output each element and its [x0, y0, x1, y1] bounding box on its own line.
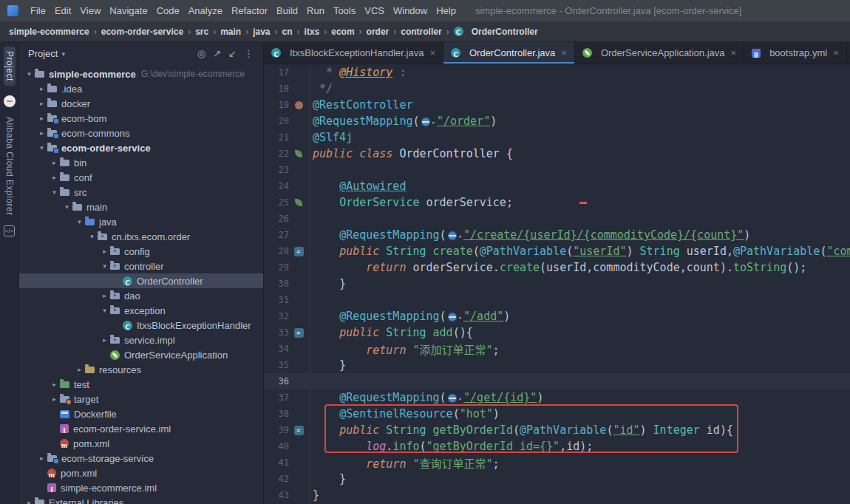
- expand-arrow-icon[interactable]: ▸: [99, 336, 110, 344]
- tree-item-pom-xml[interactable]: pom.xml: [19, 436, 263, 451]
- api-gutter-icon[interactable]: [294, 247, 304, 256]
- expand-arrow-icon[interactable]: ▸: [74, 366, 85, 373]
- stripe-label-project[interactable]: Project: [4, 47, 16, 86]
- expand-arrow-icon[interactable]: ▸: [36, 129, 47, 137]
- breadcrumb-item-src[interactable]: src: [195, 27, 208, 37]
- code-line[interactable]: 23: [264, 162, 850, 178]
- expand-arrow-icon[interactable]: ▸: [36, 454, 47, 462]
- dev-tool-icon[interactable]: [4, 225, 15, 236]
- breadcrumb-item-cn[interactable]: cn: [282, 27, 293, 37]
- expand-arrow-icon[interactable]: ▸: [99, 248, 110, 255]
- tree-item-ordercontroller[interactable]: OrderController: [19, 273, 263, 288]
- api-gutter-icon[interactable]: [294, 426, 304, 435]
- code-line[interactable]: 31: [264, 292, 850, 308]
- tree-item-itxsblockexceptionhandler[interactable]: ItxsBlockExceptionHandler: [19, 318, 263, 333]
- expand-arrow-icon[interactable]: ▸: [49, 174, 60, 181]
- code-line[interactable]: 26: [264, 211, 850, 227]
- expand-arrow-icon[interactable]: ▸: [49, 395, 60, 403]
- tree-item-cn-itxs-ecom-order[interactable]: ▾cn.itxs.ecom.order: [19, 229, 263, 244]
- code-line[interactable]: 40 log.info("getByOrderId id={}",id);: [264, 438, 850, 454]
- tree-item-service-impl[interactable]: ▸service.impl: [19, 333, 263, 347]
- collapse-arrow-icon[interactable]: ▾: [36, 144, 47, 151]
- expand-arrow-icon[interactable]: ▸: [24, 499, 35, 504]
- tree-item-pom-xml[interactable]: pom.xml: [19, 466, 263, 480]
- menu-file[interactable]: File: [26, 5, 50, 16]
- code-line[interactable]: 28 public String create(@PathVariable("u…: [264, 243, 850, 259]
- app-icon[interactable]: [7, 5, 18, 16]
- tree-item-ecom-commons[interactable]: ▸ecom-commons: [19, 126, 263, 140]
- breadcrumb-item-itxs[interactable]: itxs: [305, 27, 320, 37]
- code-line[interactable]: 35 }: [264, 357, 850, 373]
- url-inlay-icon[interactable]: [448, 394, 457, 403]
- expand-all-icon[interactable]: ↗: [209, 48, 225, 59]
- tree-item-dockerfile[interactable]: Dockerfile: [19, 406, 263, 421]
- collapse-arrow-icon[interactable]: ▾: [99, 262, 110, 270]
- code-line[interactable]: 18 */: [264, 81, 850, 97]
- code-line[interactable]: 22public class OrderController {: [264, 146, 850, 162]
- expand-arrow-icon[interactable]: ▸: [36, 115, 47, 122]
- locate-icon[interactable]: ◎: [194, 48, 209, 59]
- close-tab-icon[interactable]: ×: [429, 47, 435, 58]
- breadcrumb-item-simple-ecommerce[interactable]: simple-ecommerce: [9, 27, 89, 37]
- bean-gutter-icon[interactable]: [295, 101, 303, 109]
- breadcrumb-item-controller[interactable]: controller: [401, 27, 441, 37]
- code-line[interactable]: 36: [264, 373, 850, 389]
- code-line[interactable]: 29 return orderService.create(userId,com…: [264, 259, 850, 276]
- code-line[interactable]: 33 public String add(){: [264, 324, 850, 341]
- collapse-arrow-icon[interactable]: ▾: [61, 203, 72, 211]
- close-tab-icon[interactable]: ×: [731, 47, 737, 58]
- collapse-arrow-icon[interactable]: ▾: [49, 188, 60, 196]
- menu-view[interactable]: View: [75, 5, 105, 16]
- breadcrumb-item-java[interactable]: java: [253, 27, 270, 37]
- leaf-gutter-icon[interactable]: [295, 199, 302, 206]
- stripe-label-alibaba-cloud-explorer[interactable]: Alibaba Cloud Explorer: [4, 117, 15, 216]
- menu-run[interactable]: Run: [302, 5, 329, 16]
- project-panel-title[interactable]: Project: [28, 48, 58, 59]
- url-inlay-icon[interactable]: [421, 118, 430, 126]
- collapse-arrow-icon[interactable]: ▾: [24, 70, 35, 78]
- tree-item-external-libraries[interactable]: ▸External Libraries: [19, 495, 263, 504]
- menu-help[interactable]: Help: [432, 5, 460, 16]
- tree-item-ecom-order-service[interactable]: ▾ecom-order-service: [19, 140, 263, 155]
- tree-item-dao[interactable]: ▸dao: [19, 288, 263, 303]
- collapse-all-icon[interactable]: ↙: [225, 48, 240, 59]
- tree-item-resources[interactable]: ▸resources: [19, 362, 263, 377]
- code-line[interactable]: 42 }: [264, 471, 850, 487]
- url-inlay-icon[interactable]: [448, 313, 457, 321]
- code-line[interactable]: 39 public String getByOrderId(@PathVaria…: [264, 422, 850, 438]
- collapse-arrow-icon[interactable]: ▾: [74, 218, 85, 225]
- tree-item-config[interactable]: ▸config: [19, 244, 263, 259]
- tree-item-test[interactable]: ▸test: [19, 377, 263, 392]
- tree-item-conf[interactable]: ▸conf: [19, 170, 263, 185]
- tree-item-simple-ecommerce-iml[interactable]: simple-ecommerce.iml: [19, 480, 263, 495]
- expand-arrow-icon[interactable]: ▸: [99, 292, 110, 299]
- alibaba-cloud-icon[interactable]: [4, 95, 16, 107]
- code-line[interactable]: 38 @SentinelResource("hot"): [264, 406, 850, 422]
- menu-vcs[interactable]: VCS: [360, 5, 389, 16]
- menu-navigate[interactable]: Navigate: [105, 5, 152, 16]
- menu-analyze[interactable]: Analyze: [184, 5, 227, 16]
- breadcrumb-item-ordercontroller[interactable]: OrderController: [454, 27, 538, 37]
- tab-bootstrap-yml[interactable]: bootstrap.yml×: [744, 42, 847, 64]
- code-line[interactable]: 17 * @History :: [264, 64, 850, 81]
- url-inlay-icon[interactable]: [448, 231, 457, 240]
- tree-item-bin[interactable]: ▸bin: [19, 155, 263, 170]
- breadcrumb-item-ecom-order-service[interactable]: ecom-order-service: [101, 27, 183, 37]
- more-options-icon[interactable]: ⋮: [240, 48, 257, 59]
- tab-ordercontroller-java[interactable]: OrderController.java×: [443, 42, 575, 64]
- menu-edit[interactable]: Edit: [50, 5, 75, 16]
- code-line[interactable]: 30 }: [264, 276, 850, 292]
- tree-item-idea[interactable]: ▸.idea: [19, 81, 263, 96]
- tree-item-main[interactable]: ▾main: [19, 200, 263, 214]
- code-line[interactable]: 41 return "查询订单正常";: [264, 454, 850, 471]
- tree-item-exception[interactable]: ▾exception: [19, 303, 263, 318]
- tree-item-ecom-order-service-iml[interactable]: ecom-order-service.iml: [19, 421, 263, 436]
- tree-item-target[interactable]: ▸target: [19, 392, 263, 406]
- code-line[interactable]: 32 @RequestMapping(▾"/add"): [264, 308, 850, 324]
- close-tab-icon[interactable]: ×: [833, 47, 839, 58]
- menu-code[interactable]: Code: [152, 5, 184, 16]
- expand-arrow-icon[interactable]: ▸: [49, 159, 60, 166]
- code-line[interactable]: 27 @RequestMapping(▾"/create/{userId}/{c…: [264, 227, 850, 243]
- chevron-down-icon[interactable]: ▾: [61, 50, 65, 58]
- code-line[interactable]: 21@Slf4j: [264, 129, 850, 146]
